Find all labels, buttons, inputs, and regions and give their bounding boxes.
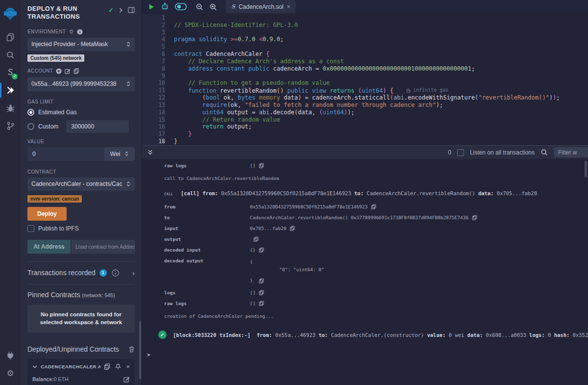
line-number[interactable]: 8 [142,65,165,73]
at-address-button[interactable]: At Address [27,240,71,254]
copy-icon[interactable] [259,301,264,306]
line-number[interactable]: 9 [142,73,165,80]
line-number[interactable]: 13 [142,102,165,109]
transactions-recorded-row[interactable]: Transactions recorded 1 › [27,262,135,284]
custom-gas-input[interactable]: 3000000 [66,120,129,133]
sign-message-icon[interactable] [65,68,71,74]
tx-success-summary[interactable]: ✓[block:5033220 txIndex:-] from: 0x55a..… [158,331,588,339]
filter-input[interactable]: Filter w [554,147,588,157]
value-input[interactable]: 0 [27,147,104,161]
remix-logo[interactable] [0,3,21,25]
tx-call-summary[interactable]: CALL[call] from: 0x55a1320D432759960C5Df… [164,190,588,196]
listen-checkbox[interactable] [457,149,464,156]
copy-icon[interactable] [259,290,264,295]
terminal-prompt[interactable]: > [147,352,588,358]
code-line[interactable]: 14 uint64 output = abi.decode(data, (uin… [142,109,588,116]
code-line[interactable]: 7 // Declare Cadence Arch's address as a… [142,58,588,65]
deploy-run-icon[interactable] [0,81,21,99]
line-number[interactable]: 14 [142,109,165,116]
close-icon[interactable]: × [126,363,130,370]
ai-copilot-toggle[interactable] [175,3,187,10]
line-number[interactable]: 11 [142,87,165,94]
code-line[interactable]: 18} [142,138,588,145]
collapse-panel-icon[interactable] [119,7,123,13]
code-line[interactable]: 4pragma solidity >=0.7.0 <0.9.0; [142,36,588,43]
line-number[interactable]: 4 [142,36,165,43]
file-explorer-icon[interactable] [0,28,21,46]
expand-terminal-icon[interactable] [147,149,153,155]
account-select[interactable]: 0x55a...46923 (999.9999453238 [27,77,135,91]
code-line[interactable]: 17 } [142,130,588,138]
copy-icon[interactable] [253,236,259,242]
custom-gas-radio[interactable]: Custom 3000000 [27,120,135,133]
line-number[interactable]: 18 [142,138,165,145]
line-number[interactable]: 5 [142,43,165,51]
line-number[interactable]: 3 [142,29,165,36]
panel-scrollbar[interactable] [139,321,141,379]
code-line[interactable]: 2// SPDX-License-Identifier: GPL-3.0 [142,22,588,29]
line-number[interactable]: 2 [142,22,165,29]
line-number[interactable]: 12 [142,94,165,102]
deploy-button[interactable]: Deploy [27,207,67,221]
line-number[interactable]: 10 [142,79,165,87]
settings-icon[interactable]: ⚙ [0,364,21,382]
at-address-input[interactable]: Load contract from Addres [72,240,135,254]
copy-icon[interactable] [259,278,264,283]
value-unit-select[interactable]: Wei [104,147,135,161]
debugger-icon[interactable] [0,99,21,117]
zoom-in-icon[interactable] [209,3,217,11]
code-line[interactable]: 16 return output; [142,123,588,130]
code-line[interactable]: 13 require(ok, "failed to fetch a random… [142,102,588,109]
line-number[interactable]: 16 [142,123,165,130]
code-line[interactable]: 8 address constant public cadenceArch = … [142,65,588,73]
code-line[interactable]: 6contract CadenceArchCaler { [142,51,588,58]
code-line[interactable]: 12 (bool ok, bytes memory data) = cadenc… [142,94,588,102]
search-transactions-icon[interactable] [540,149,548,156]
copy-icon[interactable] [104,363,110,370]
code-line[interactable]: 11 function revertibleRandom() public vi… [142,87,588,94]
code-line[interactable]: 10 // Function to get a pseudo-random va… [142,79,588,87]
copy-icon[interactable] [371,204,376,209]
info-icon[interactable] [112,269,119,277]
terminal-scrollbar[interactable] [585,161,587,178]
copy-account-icon[interactable] [74,68,79,74]
search-icon[interactable] [0,46,21,64]
zoom-out-icon[interactable] [196,3,203,11]
pin-panel-icon[interactable] [128,7,135,13]
line-number[interactable]: 1 [142,14,165,22]
solidity-compiler-icon[interactable]: ✓ [0,64,21,81]
info-icon[interactable] [77,29,83,35]
code-area[interactable]: 12// SPDX-License-Identifier: GPL-3.034p… [142,13,588,145]
chevron-down-icon[interactable] [32,365,37,369]
line-number[interactable]: 7 [142,58,165,65]
add-account-icon[interactable] [56,68,62,74]
code-line[interactable]: 5 [142,43,588,51]
line-number[interactable]: 15 [142,116,165,124]
line-number[interactable]: 6 [142,51,165,58]
chevron-right-icon[interactable]: › [132,269,135,277]
close-tab-icon[interactable]: × [287,3,290,10]
copy-icon[interactable] [290,226,295,231]
copy-icon[interactable] [472,215,477,220]
environment-select[interactable]: Injected Provider - MetaMask [27,38,135,51]
copy-icon[interactable] [259,247,264,253]
code-line[interactable]: 15 // Return random value [142,116,588,124]
environment-label: ENVIRONMENT [27,29,66,34]
line-number[interactable]: 17 [142,130,165,138]
estimated-gas-radio[interactable]: Estimated Gas [27,109,135,116]
contract-select[interactable]: CadenceArchCaler - contracts/Cac [27,178,135,191]
tab-cadencearch-sol[interactable]: S CadenceArch.sol × [226,0,295,13]
trash-icon[interactable] [128,346,135,353]
edit-balance-icon[interactable] [123,376,130,383]
copy-icon[interactable] [259,163,264,168]
run-script-button[interactable] [148,3,155,10]
git-icon[interactable] [0,117,21,134]
publish-ipfs-checkbox[interactable]: Publish to IPFS [27,225,135,232]
code-line[interactable]: 9 [142,73,588,80]
plugin-manager-icon[interactable] [0,347,21,364]
pin-contract-icon[interactable] [115,363,121,370]
ai-assistant-icon[interactable] [161,2,169,11]
code-line[interactable]: 1 [142,14,588,22]
code-line[interactable]: 3 [142,29,588,36]
plug-icon[interactable] [69,29,74,34]
